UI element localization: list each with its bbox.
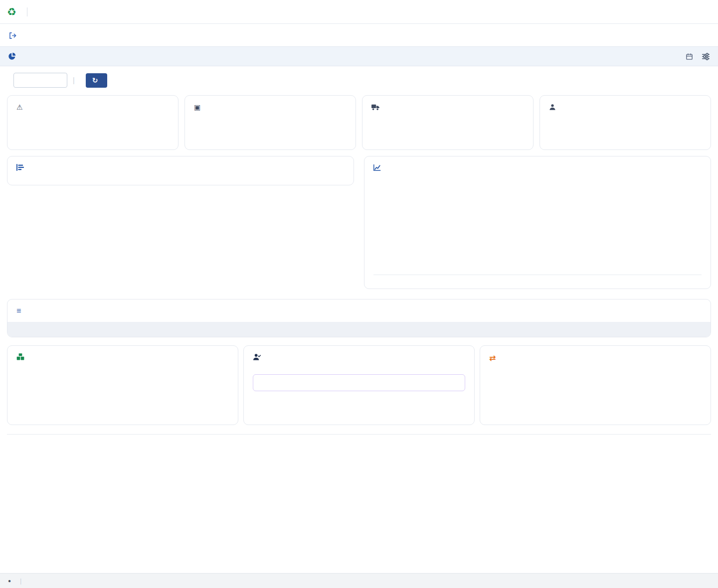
top-bar: ♻ bbox=[0, 0, 718, 24]
chart-caption bbox=[373, 275, 702, 289]
member-check-icon bbox=[253, 353, 261, 361]
refresh-button[interactable]: ↻ bbox=[86, 73, 108, 88]
x-axis-labels bbox=[373, 269, 702, 275]
swap-arrows-icon: ⇄ bbox=[489, 353, 496, 363]
card-week-orders[interactable] bbox=[362, 95, 534, 150]
status-dot: ● bbox=[8, 578, 11, 584]
purchase-table bbox=[7, 322, 711, 337]
view-switcher bbox=[0, 24, 718, 46]
base-date-input[interactable] bbox=[13, 73, 67, 88]
status-bar: ● | bbox=[0, 573, 718, 588]
member-icon bbox=[549, 104, 556, 111]
date-display[interactable] bbox=[686, 53, 697, 60]
divider bbox=[27, 7, 27, 16]
hbar-chart-icon bbox=[16, 164, 24, 171]
inventory-rows bbox=[7, 175, 354, 185]
footnote bbox=[7, 434, 711, 447]
list-icon: ≡ bbox=[16, 306, 21, 315]
charts-row bbox=[7, 156, 711, 289]
filter-row: | ↻ bbox=[0, 66, 718, 94]
inventory-chart-card bbox=[7, 156, 354, 185]
purchase-table-card: ≡ bbox=[7, 299, 711, 337]
bottom-cards-row: ⇄ bbox=[7, 345, 711, 425]
purchase-doc-icon: ▣ bbox=[194, 104, 200, 111]
exit-icon bbox=[8, 31, 16, 40]
refresh-icon: ↻ bbox=[92, 76, 98, 84]
warning-icon: ⚠ bbox=[16, 104, 23, 111]
divider: | bbox=[20, 577, 21, 585]
main-content: ⚠ ▣ bbox=[0, 94, 718, 447]
sliders-icon bbox=[702, 52, 710, 61]
table-header bbox=[7, 322, 711, 337]
card-pending-members[interactable] bbox=[539, 95, 711, 150]
filter-settings-button[interactable] bbox=[702, 52, 710, 61]
brand-area: ♻ bbox=[7, 0, 34, 23]
order-summary-card bbox=[7, 345, 238, 425]
flow-trend-card: ⇄ bbox=[480, 345, 711, 425]
weekly-chart bbox=[364, 175, 711, 289]
bars-area bbox=[373, 176, 702, 266]
go-to-approval-button[interactable] bbox=[253, 374, 465, 391]
kpi-grid: ⚠ ▣ bbox=[7, 95, 711, 150]
line-chart-icon bbox=[373, 164, 381, 171]
card-pending-purchase[interactable]: ▣ bbox=[184, 95, 356, 150]
approval-card bbox=[243, 345, 475, 425]
pie-chart-icon bbox=[8, 52, 16, 60]
calendar-icon bbox=[686, 53, 693, 60]
card-low-stock[interactable]: ⚠ bbox=[7, 95, 179, 150]
exit-button[interactable] bbox=[8, 31, 16, 40]
dashboard-titlebar bbox=[0, 46, 718, 66]
recycle-icon: ♻ bbox=[7, 6, 16, 18]
truck-icon bbox=[371, 104, 380, 111]
divider: | bbox=[73, 76, 75, 84]
boxes-icon bbox=[16, 353, 24, 361]
weekly-chart-card bbox=[364, 156, 711, 289]
